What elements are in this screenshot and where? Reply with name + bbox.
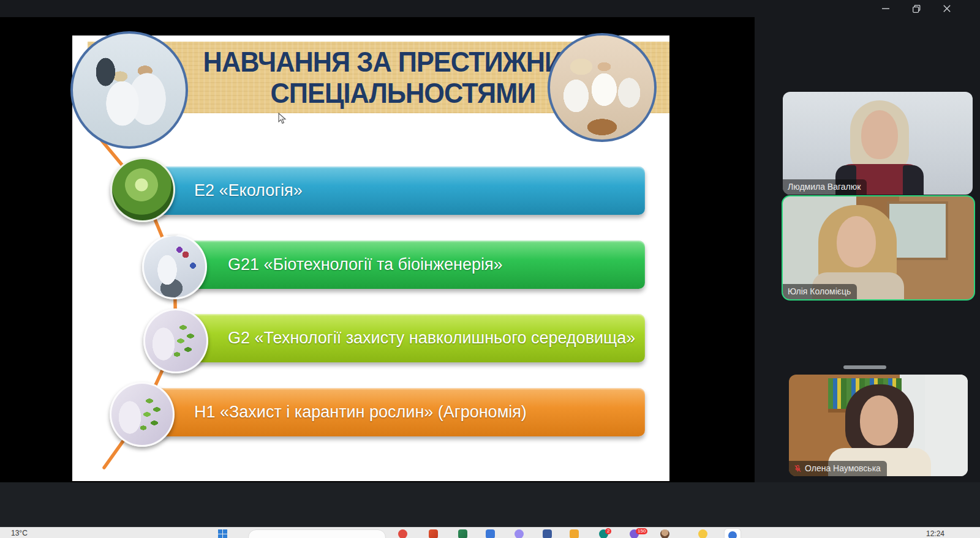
close-button[interactable]	[935, 0, 959, 17]
taskbar-search-input[interactable]	[248, 529, 386, 538]
participant-name: Олена Наумовська	[805, 463, 881, 473]
participant-name: Юлія Коломієць	[788, 286, 851, 296]
meeting-window: НАВЧАННЯ ЗА ПРЕСТИЖНИМИ СПЕЦІАЛЬНОСТЯМИ …	[0, 0, 980, 538]
specialty-bar-biotech: G21 «Біотехнології та біоінженерія»	[190, 241, 645, 289]
specialty-bar-ecology: E2 «Екологія»	[156, 166, 645, 215]
ecology-photo-circle	[110, 157, 175, 222]
presentation-slide: НАВЧАННЯ ЗА ПРЕСТИЖНИМИ СПЕЦІАЛЬНОСТЯМИ …	[72, 35, 669, 481]
specialty-label: G21 «Біотехнології та біоінженерія»	[228, 255, 503, 274]
specialty-bar-plant-protection: H1 «Захист і карантин рослин» (Агрономія…	[156, 388, 645, 436]
specialty-label: G2 «Технології захисту навколишнього сер…	[228, 329, 635, 348]
participant-video-lyudmyla[interactable]: Людмила Вагалюк	[783, 92, 973, 195]
taskbar-app-icon-7[interactable]	[570, 529, 579, 538]
taskbar-app-icon-8[interactable]	[698, 529, 707, 538]
specialty-label: E2 «Екологія»	[194, 181, 303, 200]
minimize-button[interactable]	[873, 0, 898, 17]
taskbar-app-icon-2[interactable]	[429, 529, 438, 538]
env-photo-circle	[143, 308, 208, 373]
start-button[interactable]	[218, 529, 227, 538]
window-titlebar	[0, 0, 980, 17]
taskbar-app-icon-1[interactable]	[398, 529, 407, 538]
taskbar-app-icon-6[interactable]	[543, 529, 552, 538]
restore-button[interactable]	[904, 0, 929, 17]
participant-video-olena[interactable]: Олена Наумовська	[789, 375, 968, 476]
minimize-icon	[882, 5, 889, 12]
students-photo-circle	[548, 33, 657, 142]
windows-taskbar: 13°C 2 150 12:24	[0, 527, 980, 538]
app-background	[0, 482, 980, 527]
taskbar-app-icon-4[interactable]	[486, 529, 495, 538]
specialty-label: H1 «Захист і карантин рослин» (Агрономія…	[194, 403, 527, 422]
thumbnail-drag-handle[interactable]	[843, 365, 886, 369]
restore-icon	[913, 5, 921, 13]
active-app-icon	[728, 531, 737, 538]
participant-name-label: Олена Наумовська	[789, 461, 887, 476]
specialty-bar-env-protection: G2 «Технології захисту навколишнього сер…	[190, 314, 645, 362]
notification-badge: 2	[605, 528, 611, 534]
lab-photo-circle	[70, 31, 188, 149]
weather-temperature[interactable]: 13°C	[11, 529, 28, 537]
user-avatar-icon[interactable]	[660, 529, 669, 538]
mic-muted-icon	[794, 465, 802, 473]
taskbar-app-icon-3[interactable]	[458, 529, 467, 538]
participant-name: Людмила Вагалюк	[788, 182, 861, 192]
taskbar-clock[interactable]: 12:24	[926, 529, 944, 538]
notification-badge: 150	[636, 528, 647, 534]
mouse-cursor	[277, 113, 287, 125]
biotech-photo-circle	[142, 234, 207, 299]
active-app-button[interactable]	[725, 529, 741, 538]
participant-name-label: Людмила Вагалюк	[783, 179, 867, 195]
participant-video-yuliia[interactable]: Юлія Коломієць	[783, 196, 974, 299]
taskbar-app-icon-5[interactable]	[514, 529, 524, 538]
close-icon	[943, 5, 951, 12]
participant-name-label: Юлія Коломієць	[783, 284, 857, 299]
plant-photo-circle	[110, 382, 175, 447]
